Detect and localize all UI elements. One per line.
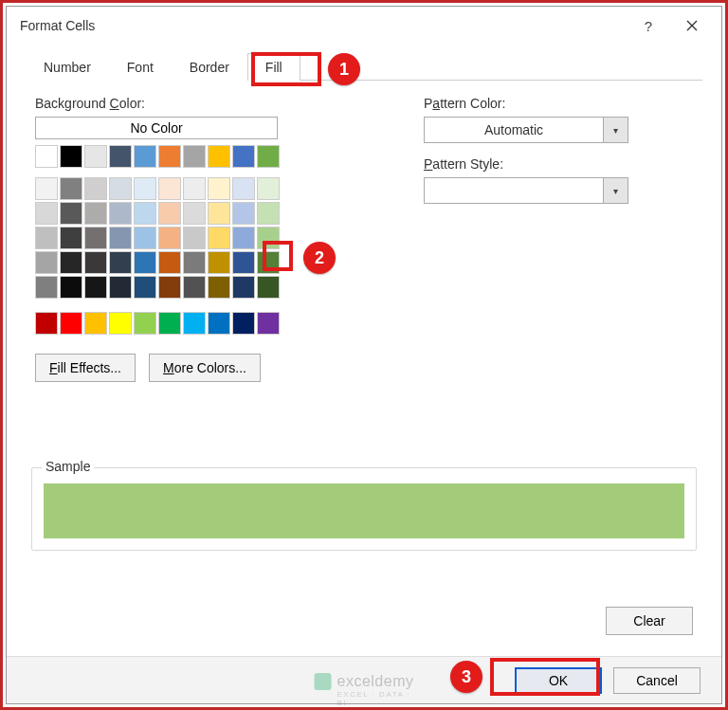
color-swatch[interactable] (208, 227, 230, 249)
color-swatch[interactable] (158, 276, 181, 299)
sample-preview (44, 483, 684, 538)
color-swatch[interactable] (60, 145, 82, 168)
titlebar: Format Cells ? (7, 7, 721, 45)
callout-num-2: 2 (303, 242, 336, 274)
color-swatch[interactable] (257, 145, 280, 168)
color-swatch[interactable] (35, 276, 58, 299)
clear-row: Clear (606, 607, 693, 635)
color-swatch[interactable] (257, 276, 280, 299)
color-swatch[interactable] (257, 227, 280, 249)
tab-font[interactable]: Font (109, 53, 172, 81)
color-swatch[interactable] (208, 145, 230, 168)
color-swatch[interactable] (232, 251, 255, 274)
chevron-down-icon: ▾ (603, 118, 628, 142)
color-swatch[interactable] (60, 312, 82, 335)
color-swatch[interactable] (232, 312, 255, 335)
clear-button[interactable]: Clear (606, 607, 693, 635)
color-swatch[interactable] (134, 202, 156, 225)
ok-button[interactable]: OK (515, 667, 602, 694)
color-swatch[interactable] (35, 177, 58, 200)
color-swatch[interactable] (35, 312, 58, 335)
color-swatch[interactable] (208, 251, 230, 274)
color-swatch[interactable] (183, 276, 206, 299)
color-swatch[interactable] (109, 202, 132, 225)
color-swatch[interactable] (232, 202, 255, 225)
color-swatch[interactable] (183, 251, 206, 274)
cancel-button[interactable]: Cancel (613, 667, 701, 694)
fill-effects-button[interactable]: Fill Effects... (35, 354, 136, 382)
color-swatch[interactable] (158, 177, 181, 200)
color-swatch[interactable] (232, 145, 255, 168)
color-swatch[interactable] (35, 202, 58, 225)
color-swatch[interactable] (158, 312, 181, 335)
color-swatch[interactable] (109, 312, 132, 335)
more-colors-button[interactable]: More Colors... (149, 354, 261, 382)
color-swatch[interactable] (134, 227, 156, 249)
color-swatch[interactable] (208, 312, 230, 335)
color-swatch[interactable] (208, 276, 230, 299)
color-swatch[interactable] (84, 251, 107, 274)
chevron-down-icon: ▾ (603, 178, 628, 203)
color-swatch[interactable] (35, 251, 58, 274)
color-swatch[interactable] (183, 202, 206, 225)
color-swatch[interactable] (84, 202, 107, 225)
color-swatch[interactable] (257, 312, 280, 335)
callout-num-1: 1 (328, 53, 360, 85)
color-swatch[interactable] (35, 145, 58, 168)
pattern-style-dropdown[interactable]: ▾ (424, 177, 628, 204)
background-color-label: Background Color: (35, 96, 395, 111)
color-swatch[interactable] (208, 177, 230, 200)
color-swatch[interactable] (257, 202, 280, 225)
color-swatch[interactable] (134, 145, 156, 168)
color-swatch[interactable] (134, 312, 156, 335)
no-color-button[interactable]: No Color (35, 117, 278, 139)
color-swatch[interactable] (158, 202, 181, 225)
color-swatch[interactable] (109, 177, 132, 200)
color-swatch[interactable] (183, 227, 206, 249)
color-swatch[interactable] (183, 312, 206, 335)
color-swatch[interactable] (60, 202, 82, 225)
color-swatch[interactable] (60, 227, 82, 249)
color-swatch[interactable] (84, 312, 107, 335)
color-swatch[interactable] (183, 145, 206, 168)
color-swatch[interactable] (208, 202, 230, 225)
close-button[interactable] (670, 7, 714, 45)
pattern-color-dropdown[interactable]: Automatic ▾ (424, 117, 628, 143)
theme-color-row (35, 251, 395, 274)
color-swatch[interactable] (84, 145, 107, 168)
pattern-color-label: Pattern Color: (424, 96, 689, 111)
tab-fill[interactable]: Fill (247, 53, 300, 81)
color-swatch[interactable] (84, 227, 107, 249)
dialog-title: Format Cells (14, 18, 627, 33)
tab-border[interactable]: Border (172, 53, 247, 81)
color-swatch[interactable] (84, 177, 107, 200)
theme-color-row (35, 227, 395, 249)
help-button[interactable]: ? (627, 7, 670, 45)
color-swatch[interactable] (60, 276, 82, 299)
color-swatch[interactable] (134, 177, 156, 200)
color-swatch[interactable] (158, 227, 181, 249)
color-swatch[interactable] (109, 145, 132, 168)
color-swatch[interactable] (257, 177, 280, 200)
color-swatch[interactable] (109, 227, 132, 249)
color-swatch[interactable] (158, 145, 181, 168)
color-swatch[interactable] (232, 227, 255, 249)
color-swatch[interactable] (158, 251, 181, 274)
color-swatch[interactable] (109, 276, 132, 299)
color-swatch[interactable] (134, 276, 156, 299)
color-swatch[interactable] (84, 276, 107, 299)
tab-number[interactable]: Number (26, 53, 109, 81)
color-swatch[interactable] (60, 177, 82, 200)
callout-num-3: 3 (450, 661, 482, 693)
standard-color-row (35, 312, 395, 335)
color-swatch[interactable] (134, 251, 156, 274)
color-swatch[interactable] (232, 276, 255, 299)
color-swatch[interactable] (183, 177, 206, 200)
color-swatch[interactable] (109, 251, 132, 274)
format-cells-dialog: Format Cells ? Number Font Border Fill B… (6, 6, 722, 704)
color-swatch[interactable] (60, 251, 82, 274)
color-swatch[interactable] (232, 177, 255, 200)
color-swatch[interactable] (257, 251, 280, 274)
color-swatch[interactable] (35, 227, 58, 249)
theme-color-header-row (35, 145, 395, 168)
